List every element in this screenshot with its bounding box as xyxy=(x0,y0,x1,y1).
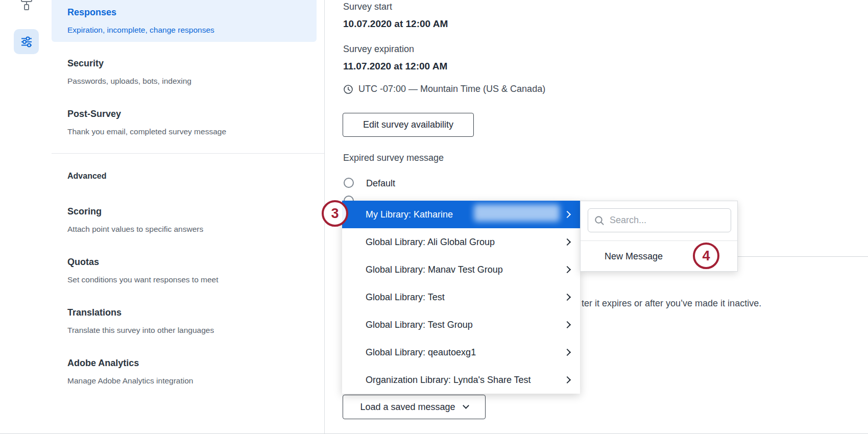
sidebar-item-title: Adobe Analytics xyxy=(67,357,307,369)
sidebar-item-subtitle: Passwords, uploads, bots, indexing xyxy=(67,76,307,86)
sidebar-item-title: Scoring xyxy=(67,205,307,218)
timezone-row: UTC -07:00 — Mountain Time (US & Canada) xyxy=(343,84,545,94)
timezone-text: UTC -07:00 — Mountain Time (US & Canada) xyxy=(358,84,545,94)
menu-item-test-group[interactable]: Global Library: Test Group xyxy=(342,311,580,339)
sidebar-section-divider xyxy=(52,153,324,154)
sidebar-item-title: Responses xyxy=(67,6,307,18)
sidebar-item-subtitle: Expiration, incomplete, change responses xyxy=(67,25,307,35)
paint-roller-icon[interactable] xyxy=(19,0,34,14)
survey-expiration-label: Survey expiration xyxy=(343,44,414,55)
saved-message-library-menu: My Library: Katharine Global Library: Al… xyxy=(342,201,580,394)
search-icon xyxy=(594,215,605,226)
sidebar-item-title: Translations xyxy=(67,306,307,319)
sidebar-item-subtitle: Attach point values to specific answers xyxy=(67,224,307,234)
sidebar-item-title: Quotas xyxy=(67,256,307,268)
sidebar-section-header-advanced: Advanced xyxy=(67,172,106,181)
default-radio[interactable] xyxy=(344,178,354,188)
sidebar-item-responses[interactable]: Responses Expiration, incomplete, change… xyxy=(67,6,307,35)
menu-item-test[interactable]: Global Library: Test xyxy=(342,283,580,311)
sidebar-item-subtitle: Set conditions you want responses to mee… xyxy=(67,275,307,285)
menu-item-lyndas-share-test[interactable]: Organization Library: Lynda's Share Test xyxy=(342,366,580,394)
clock-icon xyxy=(343,84,353,94)
sidebar-item-security[interactable]: Security Passwords, uploads, bots, index… xyxy=(67,57,307,86)
expired-survey-message-label: Expired survey message xyxy=(343,153,444,163)
sidebar-item-title: Security xyxy=(67,57,307,69)
survey-start-label: Survey start xyxy=(343,2,392,12)
survey-expiration-value: 11.07.2020 at 12:00 AM xyxy=(343,61,447,72)
sidebar-item-scoring[interactable]: Scoring Attach point values to specific … xyxy=(67,205,307,234)
sidebar-item-subtitle: Translate this survey into other languag… xyxy=(67,325,307,335)
sidebar-item-post-survey[interactable]: Post-Survey Thank you email, completed s… xyxy=(67,108,307,137)
step-annotation-4: 4 xyxy=(693,243,719,269)
survey-start-value: 10.07.2020 at 12:00 AM xyxy=(343,18,448,30)
chevron-right-icon xyxy=(564,376,571,383)
chevron-right-icon xyxy=(564,294,571,301)
search-input[interactable] xyxy=(610,215,717,226)
sidebar-item-subtitle: Thank you email, completed survey messag… xyxy=(67,127,307,137)
step-annotation-3: 3 xyxy=(322,200,348,227)
chevron-right-icon xyxy=(564,321,571,328)
sidebar-item-subtitle: Manage Adobe Analytics integration xyxy=(67,376,307,386)
chevron-right-icon xyxy=(564,266,571,273)
sliders-icon xyxy=(20,35,33,49)
menu-item-qeautoexg1[interactable]: Global Library: qeautoexg1 xyxy=(342,339,580,366)
menu-item-manav-test-group[interactable]: Global Library: Manav Test Group xyxy=(342,256,580,283)
redacted-name-blur xyxy=(474,204,560,222)
sidebar-item-title: Post-Survey xyxy=(67,108,307,120)
default-radio-label[interactable]: Default xyxy=(366,178,395,189)
sidebar-item-translations[interactable]: Translations Translate this survey into … xyxy=(67,306,307,335)
sidebar-item-quotas[interactable]: Quotas Set conditions you want responses… xyxy=(67,256,307,285)
chevron-down-icon xyxy=(463,402,469,409)
survey-options-rail-button[interactable] xyxy=(14,29,39,54)
content-divider xyxy=(738,256,868,257)
menu-item-ali-global-group[interactable]: Global Library: Ali Global Group xyxy=(342,228,580,256)
chevron-right-icon xyxy=(564,211,571,218)
expiration-info-text-fragment: ter it expires or after you’ve made it i… xyxy=(582,298,761,309)
search-box xyxy=(588,208,731,232)
chevron-right-icon xyxy=(564,238,571,246)
load-saved-message-button[interactable]: Load a saved message xyxy=(343,395,486,419)
sidebar-item-adobe-analytics[interactable]: Adobe Analytics Manage Adobe Analytics i… xyxy=(67,357,307,386)
survey-options-screen: Responses Expiration, incomplete, change… xyxy=(0,0,868,434)
edit-survey-availability-button[interactable]: Edit survey availability xyxy=(343,113,474,137)
chevron-right-icon xyxy=(564,349,571,356)
